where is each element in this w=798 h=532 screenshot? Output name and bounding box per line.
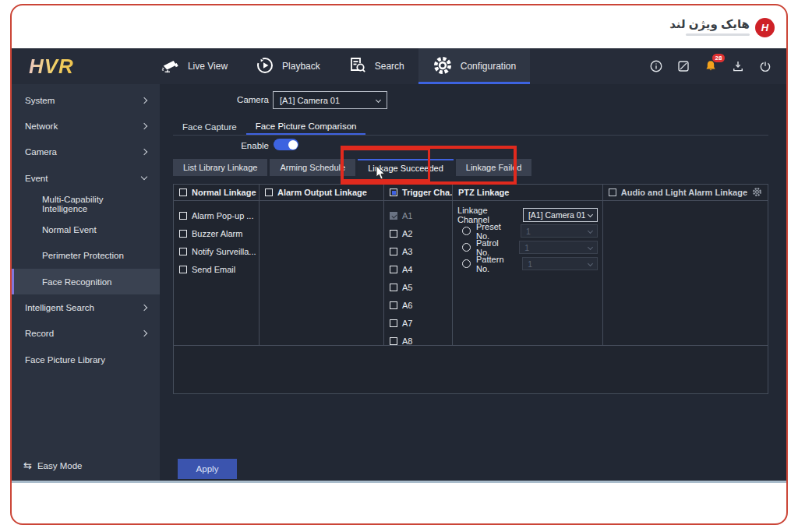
option-notify-surveillance[interactable]: Notify Surveilla... (174, 242, 259, 260)
tab-arming-schedule[interactable]: Arming Schedule (270, 159, 355, 176)
channel-a8[interactable]: A8 (384, 332, 452, 345)
sidebar-item-normal-event[interactable]: Normal Event (12, 217, 160, 242)
sidebar: System Network Camera Event Multi-Capabi… (12, 84, 160, 481)
channel-a6[interactable]: A6 (384, 296, 452, 314)
nav-playback[interactable]: Playback (242, 48, 334, 84)
info-icon[interactable] (648, 58, 664, 74)
linkage-table: Normal Linkage Alarm Pop-up ... Buzzer A… (173, 184, 768, 394)
option-send-email[interactable]: Send Email (174, 260, 259, 278)
tab-face-capture[interactable]: Face Capture (173, 118, 246, 135)
app-header: HVR (12, 48, 787, 84)
sidebar-label: Face Recognition (42, 277, 112, 287)
nav-configuration-label: Configuration (461, 61, 516, 72)
enable-toggle[interactable] (274, 139, 298, 150)
column-ptz-linkage: PTZ Linkage Linkage Channel [A1] Camera … (453, 185, 603, 345)
radio-icon[interactable] (462, 243, 471, 252)
notification-badge: 28 (712, 54, 725, 62)
linkage-subtabs: List Library Linkage Arming Schedule Lin… (173, 159, 531, 176)
channel-a1[interactable]: A1 (384, 206, 452, 224)
main-nav: Live View Playback (146, 48, 530, 84)
sidebar-label: Intelligent Search (25, 303, 94, 312)
audio-light-alarm-header[interactable]: Audio and Light Alarm Linkage (603, 185, 768, 201)
sidebar-item-record[interactable]: Record (12, 321, 160, 347)
chevron-down-icon (588, 228, 593, 234)
channel-a2[interactable]: A2 (384, 224, 452, 242)
camera-select-value: [A1] Camera 01 (280, 96, 340, 105)
ptz-pattern-row: Pattern No. 1 (453, 255, 602, 272)
ptz-linkage-channel-row: Linkage Channel [A1] Camera 01 (453, 206, 602, 223)
nav-configuration[interactable]: Configuration (418, 48, 530, 84)
power-icon[interactable] (757, 58, 773, 74)
apply-button[interactable]: Apply (178, 459, 237, 479)
channel-a3[interactable]: A3 (384, 242, 452, 260)
sidebar-item-perimeter-protection[interactable]: Perimeter Protection (12, 243, 160, 269)
no-disk-icon[interactable] (676, 58, 691, 74)
sidebar-item-multi-capability-intelligence[interactable]: Multi-Capability Intelligence (12, 191, 160, 217)
chevron-down-icon (588, 212, 593, 217)
app-window: HVR (12, 48, 787, 483)
toggle-knob (288, 140, 298, 150)
trigger-channel-header[interactable]: Trigger Cha... (384, 185, 452, 201)
linkage-channel-select[interactable]: [A1] Camera 01 (523, 208, 598, 222)
checkbox-checked-disabled-icon (390, 212, 397, 220)
sidebar-item-system[interactable]: System (12, 87, 160, 113)
option-buzzer-alarm[interactable]: Buzzer Alarm (174, 224, 259, 242)
sidebar-label: Perimeter Protection (42, 251, 124, 260)
sidebar-label: Face Picture Library (25, 355, 105, 365)
channel-a4[interactable]: A4 (384, 260, 452, 278)
channel-a5[interactable]: A5 (384, 278, 452, 296)
swap-arrows-icon: ⇆ (23, 460, 32, 470)
column-normal-linkage: Normal Linkage Alarm Pop-up ... Buzzer A… (174, 185, 260, 345)
tab-linkage-failed[interactable]: Linkage Failed (456, 159, 532, 176)
sidebar-item-intelligent-search[interactable]: Intelligent Search (12, 294, 160, 320)
checkbox-icon[interactable] (609, 188, 616, 196)
radio-icon[interactable] (462, 259, 471, 268)
patrol-select: 1 (519, 241, 598, 254)
chevron-right-icon (141, 123, 147, 129)
normal-linkage-header[interactable]: Normal Linkage (174, 185, 259, 201)
nav-search[interactable]: Search (334, 48, 418, 84)
search-icon (348, 56, 367, 77)
checkbox-indeterminate-icon[interactable] (390, 188, 397, 196)
checkbox-icon (179, 266, 187, 273)
nav-search-label: Search (375, 61, 404, 72)
nav-live-view[interactable]: Live View (146, 48, 242, 84)
gear-icon (433, 55, 453, 78)
checkbox-icon[interactable] (179, 188, 187, 196)
chevron-right-icon (141, 97, 147, 103)
sidebar-label: Network (25, 122, 58, 131)
checkbox-icon (179, 248, 187, 255)
alarm-output-linkage-header[interactable]: Alarm Output Linkage (260, 185, 383, 201)
sidebar-item-face-picture-library[interactable]: Face Picture Library (12, 347, 160, 372)
vendor-brand: هایک ویژن لند H (669, 18, 775, 37)
sidebar-item-face-recognition[interactable]: Face Recognition (12, 269, 160, 294)
chevron-down-icon (588, 245, 593, 250)
ptz-linkage-header: PTZ Linkage (453, 185, 602, 201)
settings-gear-icon[interactable] (752, 187, 762, 199)
sidebar-label: Camera (25, 147, 57, 157)
option-alarm-popup[interactable]: Alarm Pop-up ... (174, 206, 259, 224)
camera-select[interactable]: [A1] Camera 01 (273, 91, 387, 109)
tab-linkage-succeeded[interactable]: Linkage Succeeded (358, 159, 454, 176)
table-footer-area (174, 346, 768, 393)
vendor-name: هایک ویژن لند (669, 18, 750, 31)
header-status-icons: 28 (648, 48, 773, 84)
sidebar-item-camera[interactable]: Camera (12, 139, 160, 165)
sidebar-item-network[interactable]: Network (12, 113, 160, 139)
chevron-down-icon (588, 261, 593, 266)
checkbox-icon[interactable] (265, 188, 273, 196)
channel-a7[interactable]: A7 (384, 314, 452, 332)
tab-list-library-linkage[interactable]: List Library Linkage (173, 159, 267, 176)
screen: هایک ویژن لند H HVR (0, 0, 798, 532)
alarm-bell-icon[interactable]: 28 (703, 58, 719, 74)
radio-icon[interactable] (462, 227, 471, 235)
easy-mode-button[interactable]: ⇆ Easy Mode (23, 460, 82, 470)
tab-face-picture-comparison[interactable]: Face Picture Comparison (246, 118, 366, 135)
sidebar-item-event[interactable]: Event (12, 165, 160, 191)
checkbox-icon (390, 337, 397, 345)
chevron-down-icon (376, 97, 381, 103)
ptz-patrol-row: Patrol No. 1 (453, 239, 602, 255)
camera-label: Camera (207, 95, 269, 104)
download-icon[interactable] (730, 58, 746, 74)
ptz-preset-row: Preset No. 1 (453, 223, 602, 239)
